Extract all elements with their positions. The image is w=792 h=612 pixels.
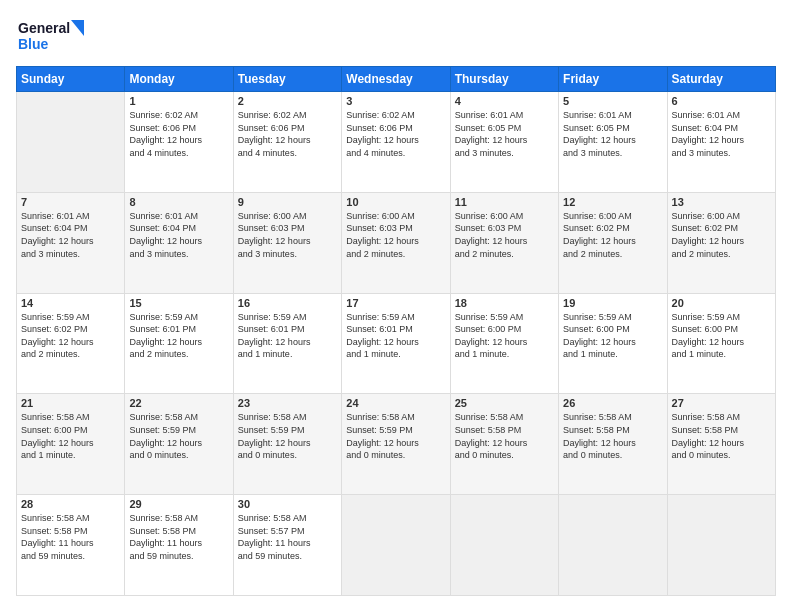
day-header-tuesday: Tuesday — [233, 67, 341, 92]
day-number: 10 — [346, 196, 445, 208]
calendar-cell: 5Sunrise: 6:01 AM Sunset: 6:05 PM Daylig… — [559, 92, 667, 193]
day-number: 15 — [129, 297, 228, 309]
cell-info: Sunrise: 5:58 AM Sunset: 5:58 PM Dayligh… — [455, 411, 554, 461]
cell-info: Sunrise: 6:00 AM Sunset: 6:03 PM Dayligh… — [238, 210, 337, 260]
cell-info: Sunrise: 5:58 AM Sunset: 5:58 PM Dayligh… — [672, 411, 771, 461]
day-number: 21 — [21, 397, 120, 409]
cell-info: Sunrise: 6:02 AM Sunset: 6:06 PM Dayligh… — [346, 109, 445, 159]
day-number: 1 — [129, 95, 228, 107]
calendar-cell: 6Sunrise: 6:01 AM Sunset: 6:04 PM Daylig… — [667, 92, 775, 193]
cell-info: Sunrise: 6:00 AM Sunset: 6:03 PM Dayligh… — [346, 210, 445, 260]
day-number: 16 — [238, 297, 337, 309]
calendar-cell — [667, 495, 775, 596]
cell-info: Sunrise: 5:58 AM Sunset: 5:58 PM Dayligh… — [129, 512, 228, 562]
calendar-cell: 29Sunrise: 5:58 AM Sunset: 5:58 PM Dayli… — [125, 495, 233, 596]
day-number: 18 — [455, 297, 554, 309]
logo: GeneralBlue — [16, 16, 96, 56]
day-number: 12 — [563, 196, 662, 208]
svg-text:General: General — [18, 20, 70, 36]
calendar-cell: 28Sunrise: 5:58 AM Sunset: 5:58 PM Dayli… — [17, 495, 125, 596]
day-number: 22 — [129, 397, 228, 409]
calendar-cell: 11Sunrise: 6:00 AM Sunset: 6:03 PM Dayli… — [450, 192, 558, 293]
day-number: 20 — [672, 297, 771, 309]
cell-info: Sunrise: 6:01 AM Sunset: 6:04 PM Dayligh… — [21, 210, 120, 260]
day-header-sunday: Sunday — [17, 67, 125, 92]
day-number: 26 — [563, 397, 662, 409]
header: GeneralBlue — [16, 16, 776, 56]
calendar-cell: 15Sunrise: 5:59 AM Sunset: 6:01 PM Dayli… — [125, 293, 233, 394]
calendar-cell: 4Sunrise: 6:01 AM Sunset: 6:05 PM Daylig… — [450, 92, 558, 193]
calendar-week-4: 21Sunrise: 5:58 AM Sunset: 6:00 PM Dayli… — [17, 394, 776, 495]
day-number: 23 — [238, 397, 337, 409]
svg-text:Blue: Blue — [18, 36, 49, 52]
calendar-cell: 7Sunrise: 6:01 AM Sunset: 6:04 PM Daylig… — [17, 192, 125, 293]
day-number: 6 — [672, 95, 771, 107]
day-number: 29 — [129, 498, 228, 510]
day-number: 25 — [455, 397, 554, 409]
day-number: 17 — [346, 297, 445, 309]
day-number: 19 — [563, 297, 662, 309]
cell-info: Sunrise: 6:01 AM Sunset: 6:05 PM Dayligh… — [563, 109, 662, 159]
day-number: 3 — [346, 95, 445, 107]
cell-info: Sunrise: 5:59 AM Sunset: 6:02 PM Dayligh… — [21, 311, 120, 361]
calendar-cell — [450, 495, 558, 596]
day-number: 2 — [238, 95, 337, 107]
calendar-cell: 20Sunrise: 5:59 AM Sunset: 6:00 PM Dayli… — [667, 293, 775, 394]
cell-info: Sunrise: 6:01 AM Sunset: 6:04 PM Dayligh… — [129, 210, 228, 260]
day-number: 11 — [455, 196, 554, 208]
cell-info: Sunrise: 5:59 AM Sunset: 6:00 PM Dayligh… — [455, 311, 554, 361]
calendar-cell: 2Sunrise: 6:02 AM Sunset: 6:06 PM Daylig… — [233, 92, 341, 193]
calendar-cell: 14Sunrise: 5:59 AM Sunset: 6:02 PM Dayli… — [17, 293, 125, 394]
calendar-cell: 10Sunrise: 6:00 AM Sunset: 6:03 PM Dayli… — [342, 192, 450, 293]
calendar-cell: 17Sunrise: 5:59 AM Sunset: 6:01 PM Dayli… — [342, 293, 450, 394]
day-number: 24 — [346, 397, 445, 409]
calendar-table: SundayMondayTuesdayWednesdayThursdayFrid… — [16, 66, 776, 596]
calendar-cell: 26Sunrise: 5:58 AM Sunset: 5:58 PM Dayli… — [559, 394, 667, 495]
cell-info: Sunrise: 6:00 AM Sunset: 6:02 PM Dayligh… — [672, 210, 771, 260]
day-header-wednesday: Wednesday — [342, 67, 450, 92]
cell-info: Sunrise: 6:01 AM Sunset: 6:04 PM Dayligh… — [672, 109, 771, 159]
cell-info: Sunrise: 5:58 AM Sunset: 5:57 PM Dayligh… — [238, 512, 337, 562]
calendar-cell: 19Sunrise: 5:59 AM Sunset: 6:00 PM Dayli… — [559, 293, 667, 394]
cell-info: Sunrise: 6:02 AM Sunset: 6:06 PM Dayligh… — [129, 109, 228, 159]
calendar-week-5: 28Sunrise: 5:58 AM Sunset: 5:58 PM Dayli… — [17, 495, 776, 596]
svg-marker-0 — [71, 20, 84, 36]
cell-info: Sunrise: 5:59 AM Sunset: 6:01 PM Dayligh… — [129, 311, 228, 361]
calendar-cell: 23Sunrise: 5:58 AM Sunset: 5:59 PM Dayli… — [233, 394, 341, 495]
day-number: 14 — [21, 297, 120, 309]
day-number: 5 — [563, 95, 662, 107]
cell-info: Sunrise: 5:58 AM Sunset: 5:58 PM Dayligh… — [21, 512, 120, 562]
day-header-friday: Friday — [559, 67, 667, 92]
calendar-cell: 27Sunrise: 5:58 AM Sunset: 5:58 PM Dayli… — [667, 394, 775, 495]
calendar-cell: 8Sunrise: 6:01 AM Sunset: 6:04 PM Daylig… — [125, 192, 233, 293]
calendar-cell: 24Sunrise: 5:58 AM Sunset: 5:59 PM Dayli… — [342, 394, 450, 495]
calendar-week-1: 1Sunrise: 6:02 AM Sunset: 6:06 PM Daylig… — [17, 92, 776, 193]
calendar-cell: 18Sunrise: 5:59 AM Sunset: 6:00 PM Dayli… — [450, 293, 558, 394]
cell-info: Sunrise: 5:59 AM Sunset: 6:01 PM Dayligh… — [238, 311, 337, 361]
day-number: 9 — [238, 196, 337, 208]
calendar-week-3: 14Sunrise: 5:59 AM Sunset: 6:02 PM Dayli… — [17, 293, 776, 394]
day-number: 4 — [455, 95, 554, 107]
cell-info: Sunrise: 6:00 AM Sunset: 6:03 PM Dayligh… — [455, 210, 554, 260]
calendar-cell — [559, 495, 667, 596]
calendar-cell: 21Sunrise: 5:58 AM Sunset: 6:00 PM Dayli… — [17, 394, 125, 495]
calendar-cell: 3Sunrise: 6:02 AM Sunset: 6:06 PM Daylig… — [342, 92, 450, 193]
cell-info: Sunrise: 6:01 AM Sunset: 6:05 PM Dayligh… — [455, 109, 554, 159]
cell-info: Sunrise: 6:00 AM Sunset: 6:02 PM Dayligh… — [563, 210, 662, 260]
cell-info: Sunrise: 5:58 AM Sunset: 5:58 PM Dayligh… — [563, 411, 662, 461]
calendar-cell: 16Sunrise: 5:59 AM Sunset: 6:01 PM Dayli… — [233, 293, 341, 394]
logo-svg: GeneralBlue — [16, 16, 96, 56]
day-number: 13 — [672, 196, 771, 208]
day-number: 27 — [672, 397, 771, 409]
calendar-week-2: 7Sunrise: 6:01 AM Sunset: 6:04 PM Daylig… — [17, 192, 776, 293]
calendar-cell: 12Sunrise: 6:00 AM Sunset: 6:02 PM Dayli… — [559, 192, 667, 293]
cell-info: Sunrise: 5:59 AM Sunset: 6:01 PM Dayligh… — [346, 311, 445, 361]
calendar-cell — [342, 495, 450, 596]
calendar-cell: 9Sunrise: 6:00 AM Sunset: 6:03 PM Daylig… — [233, 192, 341, 293]
calendar-cell: 25Sunrise: 5:58 AM Sunset: 5:58 PM Dayli… — [450, 394, 558, 495]
cell-info: Sunrise: 6:02 AM Sunset: 6:06 PM Dayligh… — [238, 109, 337, 159]
cell-info: Sunrise: 5:58 AM Sunset: 5:59 PM Dayligh… — [238, 411, 337, 461]
calendar-cell: 1Sunrise: 6:02 AM Sunset: 6:06 PM Daylig… — [125, 92, 233, 193]
day-number: 8 — [129, 196, 228, 208]
day-number: 28 — [21, 498, 120, 510]
